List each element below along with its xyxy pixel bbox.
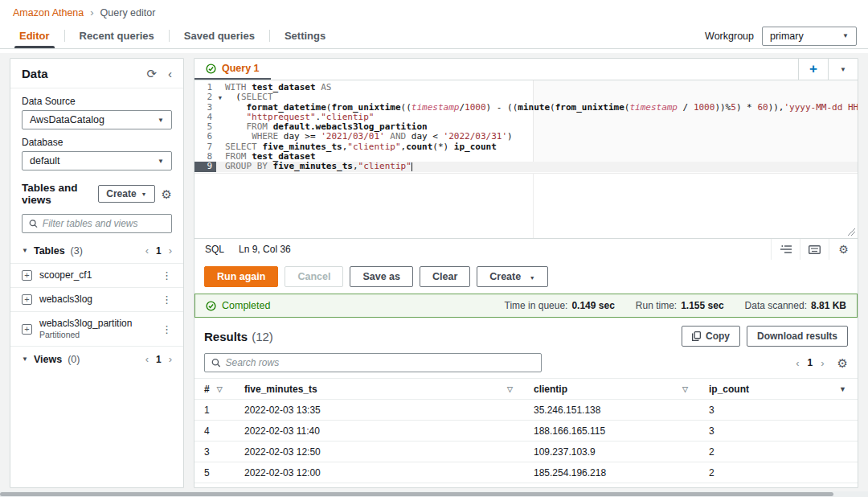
expand-table-icon[interactable]: + [22,294,32,305]
tab-editor[interactable]: Editor [5,23,64,48]
sort-icon[interactable]: ▽ [682,385,688,393]
views-section-row[interactable]: ▼ Views (0) ‹ 1 › [10,346,183,372]
database-select[interactable]: default ▼ [22,151,172,170]
gear-icon[interactable]: ⚙ [162,188,172,200]
refresh-icon[interactable]: ⟳ [146,68,157,80]
results-toolbar: ‹ 1 › ⚙ [194,348,858,378]
nav-tabs: EditorRecent queriesSaved queriesSetting… [5,23,340,48]
cursor-position-label: Ln 9, Col 36 [239,244,291,255]
code-line-text: WITH test_dataset AS [216,83,858,92]
sort-filled-icon[interactable]: ▼ [839,385,846,393]
gear-icon[interactable]: ⚙ [837,357,848,369]
search-rows-input[interactable] [225,357,534,368]
fold-arrow-icon[interactable]: ▼ [219,93,222,103]
column-header-five_minutes_ts: five_minutes_ts▽ [235,380,524,399]
top-tab-bar: EditorRecent queriesSaved queriesSetting… [0,23,868,49]
results-table: #▽five_minutes_ts▽clientip▽ip_count▼ 120… [194,378,858,487]
expand-table-icon[interactable]: + [22,270,32,281]
column-header-label: five_minutes_ts [244,384,317,395]
table-list-item[interactable]: +scooper_cf1⋮ [10,263,183,287]
page-next-icon[interactable]: › [169,353,172,365]
tab-settings[interactable]: Settings [270,23,340,48]
save-as-button[interactable]: Save as [350,266,413,287]
query-tab[interactable]: Query 1 [194,59,271,80]
results-pagination: ‹ 1 › [796,357,824,369]
metric-label: Time in queue: [505,300,568,311]
page-prev-icon[interactable]: ‹ [796,357,799,369]
table-row: 92022-02-03 11:2552.80.245.1202 [194,483,858,487]
query-metric: Run time:1.155 sec [636,300,724,311]
table-list-item[interactable]: +webacls3log⋮ [10,287,183,311]
data-panel: Data ⟳ ‹ Data Source AwsDataCatalog ▼ Da… [10,58,184,488]
results-header: Results (12) Copy Download results [194,318,858,348]
check-circle-icon [206,301,216,311]
query-metric: Time in queue:0.149 sec [505,300,615,311]
create-dropdown-button[interactable]: Create ▼ [477,266,547,287]
sql-code-editor[interactable]: 1WITH test_dataset AS2▼ (SELECT3 format_… [194,80,858,238]
scrollbar-thumb[interactable] [0,492,833,496]
format-query-icon[interactable] [771,239,800,260]
line-number: 1 [194,83,216,92]
results-table-header-row: #▽five_minutes_ts▽clientip▽ip_count▼ [194,379,858,400]
table-cell: 2 [699,463,858,483]
table-row: 32022-02-03 12:50109.237.103.92 [194,442,858,462]
database-value: default [30,155,60,166]
metric-value: 8.81 KB [811,300,846,311]
tables-section-row[interactable]: ▼ Tables (3) ‹ 1 › [10,238,183,263]
table-options-icon[interactable]: ⋮ [162,269,172,281]
tables-page-number: 1 [156,245,162,257]
code-line: 9GROUP BY five_minutes_ts,"clientip" [194,162,858,171]
table-list-item[interactable]: +webacls3log_partitionPartitioned⋮ [10,311,183,346]
line-number: 9 [194,162,216,171]
code-lines: 1WITH test_dataset AS2▼ (SELECT3 format_… [194,80,858,172]
editor-panel: Query 1 + ▼ 1WITH test_dataset AS2▼ (SEL… [194,58,858,488]
filter-tables-input[interactable] [43,218,165,229]
table-cell: 3 [194,442,235,462]
tab-saved-queries[interactable]: Saved queries [170,23,269,48]
workgroup-control: Workgroup primary ▼ [705,23,862,48]
table-options-icon[interactable]: ⋮ [162,323,172,335]
page-next-icon[interactable]: › [169,244,172,257]
athena-query-editor-page: Amazon Athena › Query editor EditorRecen… [0,0,868,497]
page-next-icon[interactable]: › [821,357,824,369]
data-source-value: AwsDataCatalog [30,114,104,125]
workgroup-select[interactable]: primary ▼ [762,27,857,46]
add-query-tab-button[interactable]: + [798,59,828,80]
page-prev-icon[interactable]: ‹ [145,353,149,365]
query-tab-menu-button[interactable]: ▼ [828,59,858,80]
table-row: 52022-02-03 12:00185.254.196.2182 [194,462,858,483]
breadcrumb-link-amazon-athena[interactable]: Amazon Athena [13,7,84,18]
table-cell: 3 [699,421,858,441]
editor-language-label: SQL [205,244,224,255]
search-rows-input-box [204,353,542,372]
collapse-panel-icon[interactable]: ‹ [168,68,172,80]
table-options-icon[interactable]: ⋮ [162,294,172,306]
table-name: webacls3log [39,294,154,306]
keyboard-shortcuts-icon[interactable] [800,239,829,260]
expand-table-icon[interactable]: + [22,324,32,335]
copy-icon [692,331,701,341]
sort-icon[interactable]: ▽ [217,385,223,393]
metric-label: Run time: [636,300,677,311]
code-line-text: GROUP BY five_minutes_ts,"clientip" [216,162,858,171]
line-number: 3 [194,103,216,113]
copy-button[interactable]: Copy [682,326,740,347]
create-button[interactable]: Create ▼ [98,185,154,203]
page-prev-icon[interactable]: ‹ [145,244,149,257]
run-again-button[interactable]: Run again [204,266,278,287]
clear-button[interactable]: Clear [420,266,470,287]
line-number: 4 [194,113,216,122]
gear-icon[interactable]: ⚙ [829,239,858,260]
search-icon [211,358,220,368]
download-results-button[interactable]: Download results [747,326,848,347]
line-number: 2▼ [194,92,216,102]
table-row: 12022-02-03 13:3535.246.151.1383 [194,400,858,421]
column-header-label: ip_count [709,384,749,395]
sort-icon[interactable]: ▽ [507,385,513,393]
tab-recent-queries[interactable]: Recent queries [65,23,169,48]
resize-handle-icon[interactable] [848,228,855,236]
page-horizontal-scrollbar[interactable] [0,491,868,497]
tables-section-label: Tables [34,245,65,257]
data-source-select[interactable]: AwsDataCatalog ▼ [22,110,172,129]
column-header-index: #▽ [194,380,235,399]
